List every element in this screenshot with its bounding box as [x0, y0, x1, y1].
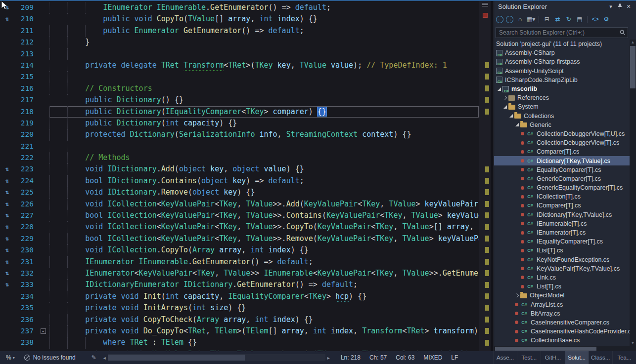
zoom-control[interactable]: % ▾ — [3, 354, 18, 361]
glyph-margin[interactable] — [0, 129, 14, 140]
tree-item[interactable]: IDictionary[TKey,TValue].cs — [494, 210, 630, 219]
code-editor[interactable]: ⇅209IEnumerator IEnumerable.GetEnumerato… — [0, 0, 479, 351]
code-line[interactable]: 221 — [0, 141, 479, 152]
code-line[interactable]: ⇅231IEnumerator IEnumerable.GetEnumerato… — [0, 256, 479, 268]
tree-item[interactable]: IEqualityComparer[T].cs — [494, 237, 630, 246]
code-text[interactable]: bool IDictionary.Contains(object key) =>… — [49, 175, 479, 187]
code-text[interactable]: public Dictionary() {} — [49, 94, 479, 106]
code-text[interactable] — [49, 141, 479, 152]
expander-icon[interactable] — [496, 87, 502, 91]
code-text[interactable]: IEnumerator<KeyValuePair<TKey, TValue>> … — [49, 268, 479, 279]
properties-icon[interactable]: ⚙ — [602, 15, 610, 24]
code-line[interactable]: ⇅232IEnumerator<KeyValuePair<TKey, TValu… — [0, 268, 479, 279]
code-text[interactable]: IEnumerator IEnumerable.GetEnumerator() … — [49, 2, 479, 13]
tree-item[interactable]: CollectionDebuggerView[T].cs — [494, 138, 630, 147]
implements-icon[interactable]: ⇅ — [0, 233, 14, 244]
tree-item[interactable]: IEnumerator[T].cs — [494, 228, 630, 237]
eol-indicator[interactable]: LF — [451, 354, 458, 361]
tree-item[interactable]: Dictionary[TKey,TValue].cs — [494, 156, 630, 165]
tree-item[interactable]: ObjectModel — [494, 291, 630, 300]
glyph-margin[interactable] — [0, 83, 14, 94]
code-text[interactable]: void IDictionary.Remove(object key) {} — [49, 187, 479, 198]
tree-item[interactable]: CaseInsensitiveHashCodeProvider.cs — [494, 327, 630, 336]
code-text[interactable]: public void CopyTo(TValue[] array, int i… — [49, 13, 479, 25]
tree-item[interactable]: KeyNotFoundException.cs — [494, 255, 630, 264]
glyph-margin[interactable] — [0, 325, 14, 337]
implements-icon[interactable]: ⇅ — [0, 13, 14, 25]
indent-mode-indicator[interactable]: MIXED — [423, 354, 442, 361]
code-line[interactable]: ⇅224bool IDictionary.Contains(object key… — [0, 175, 479, 187]
tree-item[interactable]: Assembly-UnityScript — [494, 67, 630, 76]
sync-with-active-document-icon[interactable]: ⇄ — [553, 15, 562, 24]
glyph-margin[interactable] — [0, 37, 14, 48]
code-text[interactable]: private void InitArrays(int size) {} — [49, 302, 479, 314]
expander-icon[interactable] — [502, 96, 508, 99]
tree-item[interactable]: CollectionDebuggerView[T,U].cs — [494, 129, 630, 138]
tree-item[interactable]: System — [494, 102, 630, 111]
tree-item[interactable]: IComparer[T].cs — [494, 201, 630, 210]
tool-window-tab[interactable]: Solut... — [565, 351, 589, 364]
code-line[interactable]: 238where TRet : TElem {} — [0, 337, 479, 348]
tree-item[interactable]: GenericComparer[T].cs — [494, 174, 630, 183]
glyph-margin[interactable] — [0, 314, 14, 325]
glyph-margin[interactable] — [0, 291, 14, 302]
code-text[interactable]: protected Dictionary(SerializationInfo i… — [49, 129, 479, 140]
editor-scrollbar-annotations[interactable] — [479, 0, 491, 351]
code-text[interactable]: bool ICollection<KeyValuePair<TKey, TVal… — [49, 210, 479, 221]
implements-icon[interactable]: ⇅ — [0, 199, 14, 210]
glyph-margin[interactable] — [0, 60, 14, 71]
implements-icon[interactable]: ⇅ — [0, 175, 14, 187]
code-line[interactable]: 213 — [0, 48, 479, 60]
code-text[interactable]: where TRet : TElem {} — [49, 337, 479, 348]
code-line[interactable]: 212} — [0, 37, 479, 48]
tree-item[interactable]: KeyValuePair[TKey,TValue].cs — [494, 264, 630, 273]
solution-tree[interactable]: Solution 'project-gui' (11 of 11 project… — [494, 40, 630, 346]
implements-icon[interactable]: ⇅ — [0, 210, 14, 221]
code-text[interactable]: void ICollection<KeyValuePair<TKey, TVal… — [49, 199, 479, 210]
scrollbar-thumb[interactable] — [495, 347, 596, 351]
search-input[interactable] — [496, 27, 628, 38]
glyph-margin[interactable] — [0, 302, 14, 314]
code-text[interactable] — [49, 48, 479, 60]
scroll-up-icon[interactable]: ▲ — [630, 40, 636, 45]
implements-icon[interactable]: ⇅ — [0, 221, 14, 233]
show-all-files-icon[interactable]: ▤ — [575, 15, 584, 24]
tree-item[interactable]: CaseInsensitiveComparer.cs — [494, 318, 630, 327]
expander-icon[interactable] — [514, 123, 520, 126]
back-icon[interactable]: ← — [496, 16, 503, 23]
tree-item[interactable]: Generic — [494, 121, 630, 129]
glyph-margin[interactable] — [0, 25, 14, 37]
code-line[interactable]: 235private void InitArrays(int size) {} — [0, 302, 479, 314]
code-line[interactable]: ⇅209IEnumerator IEnumerable.GetEnumerato… — [0, 2, 479, 13]
tree-item[interactable]: ArrayList.cs — [494, 300, 630, 309]
code-text[interactable]: public Dictionary(IEqualityComparer<TKey… — [49, 106, 479, 118]
tree-item[interactable]: Solution 'project-gui' (11 of 11 project… — [494, 40, 630, 48]
view-code-icon[interactable]: <> — [591, 15, 599, 24]
scroll-left-icon[interactable]: ◂ — [101, 355, 108, 361]
tree-item[interactable]: Comparer[T].cs — [494, 147, 630, 156]
editor-horizontal-scrollbar[interactable] — [108, 354, 325, 361]
implements-icon[interactable]: ⇅ — [0, 279, 14, 290]
code-text[interactable] — [49, 71, 479, 82]
glyph-margin[interactable] — [0, 118, 14, 129]
expander-icon[interactable] — [508, 114, 514, 118]
scrollbar-thumb[interactable] — [108, 355, 245, 361]
code-line[interactable]: ⇅229bool ICollection<KeyValuePair<TKey, … — [0, 233, 479, 244]
tree-item[interactable]: List[T].cs — [494, 282, 630, 291]
code-line[interactable]: 218public Dictionary(IEqualityComparer<T… — [0, 106, 479, 118]
collapse-region-icon[interactable]: - — [41, 328, 46, 334]
tree-item[interactable]: mscorlib — [494, 84, 630, 93]
tree-item[interactable]: Link.cs — [494, 273, 630, 282]
expander-icon[interactable] — [514, 294, 520, 297]
tree-item[interactable]: IEnumerable[T].cs — [494, 219, 630, 228]
code-text[interactable]: private void CopyToCheck(Array array, in… — [49, 314, 479, 325]
window-position-button[interactable]: ▾ — [606, 2, 615, 11]
scrollbar-thumb[interactable] — [630, 46, 636, 88]
code-text[interactable]: private void Do_CopyTo<TRet, TElem>(TEle… — [49, 325, 479, 337]
code-line[interactable]: ⇅228void ICollection<KeyValuePair<TKey, … — [0, 221, 479, 233]
code-line[interactable]: 222// Methods — [0, 152, 479, 163]
code-text[interactable]: // Constructors — [49, 83, 479, 94]
glyph-margin[interactable] — [0, 152, 14, 163]
glyph-margin[interactable] — [0, 106, 14, 118]
code-line[interactable]: 211public Enumerator GetEnumerator() => … — [0, 25, 479, 37]
